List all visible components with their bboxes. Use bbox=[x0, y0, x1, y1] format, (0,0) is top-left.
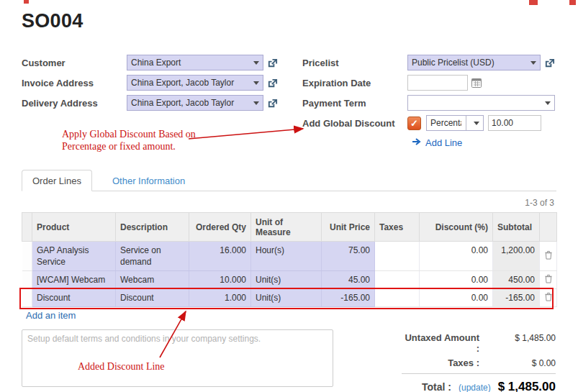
external-link-icon[interactable] bbox=[267, 98, 278, 109]
order-line-row-discount[interactable]: Discount Discount 1.000 Unit(s) -165.00 … bbox=[22, 289, 557, 307]
top-red-mark bbox=[24, 0, 29, 4]
invoice-address-select[interactable]: China Export, Jacob Taylor bbox=[127, 75, 263, 91]
form-right-column: Pricelist Public Pricelist (USD) Expirat… bbox=[302, 55, 565, 135]
expiration-date-label: Expiration Date bbox=[302, 78, 407, 88]
arrow-to-global-discount bbox=[189, 129, 303, 139]
untaxed-amount-row: Untaxed Amount : $ 1,485.00 bbox=[402, 332, 556, 354]
tab-other-information[interactable]: Other Information bbox=[102, 170, 195, 191]
cell-discount: 0.00 bbox=[420, 242, 493, 271]
field-global-discount: Add Global Discount Percentage bbox=[302, 115, 565, 131]
page-title: SO004 bbox=[22, 10, 83, 32]
field-invoice-address: Invoice Address China Export, Jacob Tayl… bbox=[22, 75, 302, 91]
delivery-address-value: China Export, Jacob Taylor bbox=[131, 98, 250, 108]
column-header-discount: Discount (%) bbox=[420, 213, 493, 242]
column-header-subtotal: Subtotal bbox=[493, 213, 540, 242]
discount-type-value: Percentage bbox=[430, 118, 461, 128]
column-header-ordered-qty: Ordered Qty bbox=[189, 213, 251, 242]
field-delivery-address: Delivery Address China Export, Jacob Tay… bbox=[22, 95, 302, 111]
taxes-value: $ 0.00 bbox=[489, 358, 556, 368]
global-discount-checkbox[interactable] bbox=[407, 117, 421, 130]
order-line-row[interactable]: GAP Analysis Service Service on demand 1… bbox=[22, 242, 557, 271]
annotation-added-discount-line: Added Discount Line bbox=[78, 360, 165, 373]
cell-subtotal: 450.00 bbox=[493, 271, 540, 289]
field-expiration-date: Expiration Date bbox=[302, 75, 565, 91]
cell-unit-price: 75.00 bbox=[322, 242, 375, 271]
column-header-product: Product bbox=[32, 213, 116, 242]
annotation-line: Apply Global Discount Based on bbox=[62, 128, 196, 140]
taxes-label: Taxes : bbox=[402, 357, 489, 368]
row-handle bbox=[22, 289, 32, 307]
customer-select[interactable]: China Export bbox=[127, 55, 263, 70]
delete-row-icon[interactable] bbox=[540, 242, 557, 271]
row-handle bbox=[22, 271, 32, 289]
cell-discount: 0.00 bbox=[420, 271, 493, 289]
cell-description: Discount bbox=[116, 289, 189, 307]
pager: 1-3 of 3 bbox=[525, 198, 554, 208]
table-header-row: Product Description Ordered Qty Unit of … bbox=[22, 213, 557, 242]
discount-type-select[interactable]: Percentage bbox=[426, 115, 484, 131]
add-line-label: Add Line bbox=[425, 137, 462, 148]
external-link-icon[interactable] bbox=[267, 58, 278, 68]
cell-qty: 16.000 bbox=[189, 242, 251, 271]
terms-conditions-textarea[interactable] bbox=[22, 329, 333, 387]
chevron-down-icon bbox=[474, 122, 479, 125]
payment-term-select[interactable] bbox=[407, 95, 555, 111]
delivery-address-select[interactable]: China Export, Jacob Taylor bbox=[127, 95, 263, 111]
field-payment-term: Payment Term bbox=[302, 95, 565, 111]
cell-taxes bbox=[375, 271, 420, 289]
top-red-mark bbox=[529, 0, 538, 5]
field-pricelist: Pricelist Public Pricelist (USD) bbox=[302, 55, 565, 70]
cell-uom: Unit(s) bbox=[251, 289, 322, 307]
chevron-down-icon bbox=[253, 101, 259, 105]
totals-separator bbox=[402, 373, 556, 374]
cell-product: GAP Analysis Service bbox=[32, 242, 116, 271]
cell-product: Discount bbox=[32, 289, 116, 307]
external-link-icon[interactable] bbox=[544, 58, 555, 68]
cell-unit-price: 45.00 bbox=[322, 271, 375, 289]
pricelist-label: Pricelist bbox=[302, 58, 407, 68]
add-an-item-link[interactable]: Add an item bbox=[26, 310, 76, 321]
totals-panel: Untaxed Amount : $ 1,485.00 Taxes : $ 0.… bbox=[402, 332, 556, 392]
untaxed-amount-label: Untaxed Amount : bbox=[402, 332, 489, 354]
order-line-row[interactable]: [WCAM] Webcam Webcam 10.000 Unit(s) 45.0… bbox=[22, 271, 557, 289]
discount-rate-input[interactable] bbox=[488, 115, 541, 131]
external-link-icon[interactable] bbox=[267, 78, 278, 88]
pricelist-select[interactable]: Public Pricelist (USD) bbox=[407, 55, 541, 70]
chevron-down-icon bbox=[530, 61, 536, 65]
add-line-button[interactable]: Add Line bbox=[412, 137, 462, 148]
taxes-row: Taxes : $ 0.00 bbox=[402, 357, 556, 368]
invoice-address-label: Invoice Address bbox=[22, 78, 127, 88]
form-left-column: Customer China Export Invoice Address Ch… bbox=[22, 55, 302, 115]
payment-term-label: Payment Term bbox=[302, 98, 407, 109]
field-customer: Customer China Export bbox=[22, 55, 302, 70]
untaxed-amount-value: $ 1,485.00 bbox=[489, 333, 556, 343]
cell-qty: 1.000 bbox=[189, 289, 251, 307]
annotation-line: Percentage or fixed amount. bbox=[62, 140, 196, 152]
delete-row-icon[interactable] bbox=[540, 271, 557, 289]
column-header-unit-of-measure: Unit of Measure bbox=[251, 213, 322, 242]
dropdown-caret-box bbox=[466, 116, 479, 130]
cell-qty: 10.000 bbox=[189, 271, 251, 289]
cell-taxes bbox=[375, 289, 420, 307]
cell-taxes bbox=[375, 242, 420, 271]
delete-row-icon[interactable] bbox=[540, 289, 557, 307]
cell-unit-price: -165.00 bbox=[322, 289, 375, 307]
column-header-taxes: Taxes bbox=[375, 213, 420, 242]
total-row: Total : (update) $ 1,485.00 bbox=[402, 380, 556, 392]
chevron-down-icon bbox=[545, 101, 551, 105]
tab-order-lines[interactable]: Order Lines bbox=[22, 170, 92, 191]
update-total-link[interactable]: (update) bbox=[459, 383, 491, 392]
chevron-down-icon bbox=[253, 81, 259, 85]
customer-label: Customer bbox=[22, 58, 127, 68]
cell-description: Service on demand bbox=[116, 242, 189, 271]
cell-uom: Hour(s) bbox=[251, 242, 322, 271]
cell-uom: Unit(s) bbox=[251, 271, 322, 289]
invoice-address-value: China Export, Jacob Taylor bbox=[131, 78, 250, 88]
calendar-icon[interactable] bbox=[471, 77, 482, 88]
expiration-date-input[interactable] bbox=[407, 75, 468, 91]
arrow-right-icon bbox=[412, 137, 422, 148]
global-discount-label: Add Global Discount bbox=[302, 118, 407, 129]
total-value: $ 1,485.00 bbox=[491, 380, 556, 392]
annotation-global-discount: Apply Global Discount Based on Percentag… bbox=[62, 128, 196, 152]
column-header-unit-price: Unit Price bbox=[322, 213, 375, 242]
